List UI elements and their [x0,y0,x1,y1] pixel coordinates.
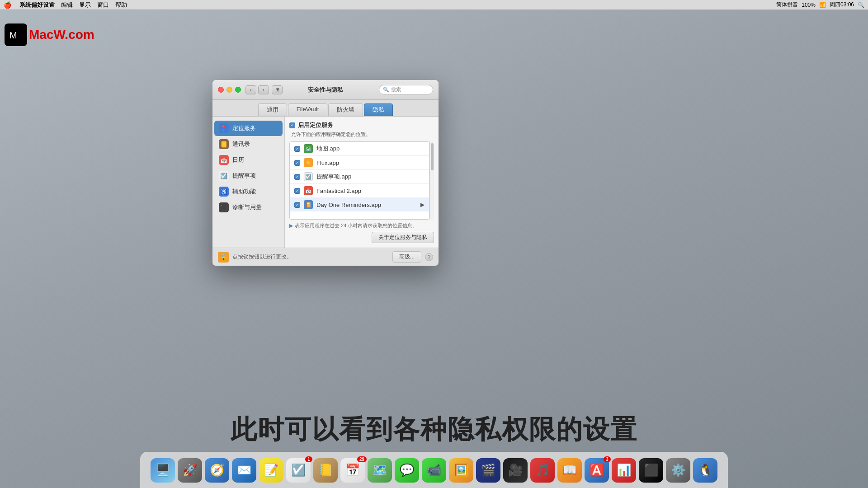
menu-sysprefs[interactable]: 系统偏好设置 [19,1,55,9]
advanced-button[interactable]: 高级... [392,251,421,263]
minimize-button[interactable] [226,87,232,93]
dock-imovie[interactable]: 🎬 [476,458,500,483]
calendar-icon: 📅 [219,155,229,165]
app-list-item-fantastical[interactable]: ✓ 📅 Fantastical 2.app [290,184,429,198]
location-icon: 📍 [219,123,229,133]
sidebar-item-location[interactable]: 📍 定位服务 [214,121,283,136]
dayone-app-name: Day One Reminders.app [316,202,417,208]
tab-privacy[interactable]: 隐私 [364,103,393,116]
reminders-app-checkbox[interactable]: ✓ [294,174,300,180]
maximize-button[interactable] [235,87,241,93]
main-content: ✓ 启用定位服务 允许下面的应用程序确定您的位置。 ✓ 🗺️ 地图.app ✓ … [285,117,439,248]
location-services-desc: 允许下面的应用程序确定您的位置。 [291,131,434,138]
scrollbar-thumb[interactable] [431,143,434,170]
tab-firewall[interactable]: 防火墙 [328,103,363,116]
maps-checkbox[interactable]: ✓ [294,146,300,152]
dock-reminders[interactable]: ☑️ 1 [286,458,311,483]
location-services-checkbox[interactable]: ✓ [289,122,295,128]
grid-view-button[interactable]: ⊞ [272,85,283,94]
dock-sysprefs[interactable]: ⚙️ [666,458,690,483]
menu-help[interactable]: 帮助 [115,1,127,9]
tab-general[interactable]: 通用 [258,103,287,116]
reminders-app-icon: ☑️ [304,172,313,181]
app-list-item-flux[interactable]: ✓ ☀️ Flux.app [290,156,429,170]
dock-finder[interactable]: 🖥️ [151,458,175,483]
location-footnote: ▶ 表示应用程序在过去 24 小时内请求获取您的位置信息。 [289,222,434,229]
dayone-app-icon: 📔 [304,200,313,209]
fantastical-app-name: Fantastical 2.app [316,188,425,194]
diagnostics-icon: ⬛ [219,202,229,212]
contacts-icon: 📒 [219,139,229,149]
menu-display[interactable]: 显示 [79,1,91,9]
menubar-input-method[interactable]: 简体拼音 [776,1,798,9]
about-button-area: 关于定位服务与隐私 [289,232,434,243]
dock-activity[interactable]: 📊 [612,458,636,483]
dock-appstore[interactable]: 🅰️ 3 [585,458,609,483]
tab-filevault[interactable]: FileVault [288,103,328,116]
dock-safari[interactable]: 🧭 [205,458,229,483]
close-button[interactable] [218,87,224,93]
dock-facetime[interactable]: 📹 [422,458,446,483]
help-button[interactable]: ? [425,253,433,261]
menubar: 🍎 系统偏好设置 编辑 显示 窗口 帮助 简体拼音 100% 📶 周四03:06… [0,0,868,10]
dock-books[interactable]: 📖 [557,458,582,483]
scrollbar[interactable] [429,141,434,220]
app-list-item-maps[interactable]: ✓ 🗺️ 地图.app [290,142,429,156]
sidebar-item-reminders[interactable]: ☑️ 提醒事项 [214,168,283,183]
flux-checkbox[interactable]: ✓ [294,160,300,166]
sidebar-item-calendar[interactable]: 📅 日历 [214,152,283,168]
location-services-header: ✓ 启用定位服务 [289,121,434,129]
dock-messages[interactable]: 💬 [395,458,419,483]
maps-app-name: 地图.app [316,145,425,153]
bottom-caption: 此时可以看到各种隐私权限的设置 [231,412,637,447]
apple-menu[interactable]: 🍎 [4,1,11,9]
location-services-title: 启用定位服务 [298,121,333,129]
dock-mail[interactable]: ✉️ [232,458,256,483]
menubar-right: 简体拼音 100% 📶 周四03:06 🔍 [776,1,864,9]
sidebar-item-diagnostics[interactable]: ⬛ 诊断与用量 [214,200,283,215]
accessibility-icon: ♿ [219,187,229,197]
flux-app-name: Flux.app [316,160,425,166]
app-permissions-list: ✓ 🗺️ 地图.app ✓ ☀️ Flux.app ✓ ☑️ 提醒事项 [289,141,429,220]
dock-maps[interactable]: 🗺️ [368,458,392,483]
sidebar: 📍 定位服务 📒 通讯录 📅 日历 ☑️ 提醒事项 ♿ 辅助功能 [212,117,285,248]
reminders-app-name: 提醒事项.app [316,173,425,181]
dock-contacts[interactable]: 📒 [313,458,338,483]
menubar-search[interactable]: 🔍 [858,2,864,8]
reminders-icon: ☑️ [219,171,229,181]
sidebar-item-accessibility[interactable]: ♿ 辅助功能 [214,184,283,199]
dock-launchpad[interactable]: 🚀 [178,458,202,483]
location-recent-badge: ▶ [420,202,425,208]
search-placeholder[interactable]: 搜索 [391,86,427,93]
dock-qq[interactable]: 🐧 [693,458,717,483]
menu-edit[interactable]: 编辑 [61,1,73,9]
sidebar-item-contacts[interactable]: 📒 通讯录 [214,136,283,152]
dock-photos[interactable]: 🖼️ [449,458,473,483]
tabbar: 通用 FileVault 防火墙 隐私 [212,100,439,117]
dock-music[interactable]: 🎵 [530,458,555,483]
desktop: M MacW.com ‹ › ⊞ 安全性与隐私 🔍 搜索 [0,10,868,488]
about-location-button[interactable]: 关于定位服务与隐私 [372,232,434,243]
titlebar-search-box[interactable]: 🔍 搜索 [379,85,433,94]
dock-finalcut[interactable]: 🎥 [503,458,528,483]
window-title: 安全性与隐私 [308,86,343,94]
titlebar: ‹ › ⊞ 安全性与隐私 🔍 搜索 [212,80,439,100]
dayone-checkbox[interactable]: ✓ [294,202,300,208]
app-list-item-reminders[interactable]: ✓ ☑️ 提醒事项.app [290,170,429,184]
nav-back-button[interactable]: ‹ [245,85,256,94]
menu-window[interactable]: 窗口 [97,1,109,9]
lock-icon[interactable]: 🔒 [218,252,229,263]
dock: 🖥️ 🚀 🧭 ✉️ 📝 ☑️ 1 📒 📅 29 🗺️ 💬 📹 🖼️ 🎬 🎥 🎵 … [140,452,728,488]
reminders-badge: 1 [305,456,312,462]
location-arrow-icon: ▶ [289,223,293,229]
dock-calendar[interactable]: 📅 29 [340,458,365,483]
dock-notes[interactable]: 📝 [259,458,283,483]
traffic-lights [218,87,241,93]
dock-terminal[interactable]: ⬛ [639,458,663,483]
menubar-wifi[interactable]: 📶 [819,2,826,8]
app-list-item-dayone[interactable]: ✓ 📔 Day One Reminders.app ▶ [290,198,429,211]
search-icon: 🔍 [383,87,389,93]
menubar-left: 🍎 系统偏好设置 编辑 显示 窗口 帮助 [4,1,127,9]
fantastical-checkbox[interactable]: ✓ [294,188,300,194]
nav-forward-button[interactable]: › [258,85,269,94]
